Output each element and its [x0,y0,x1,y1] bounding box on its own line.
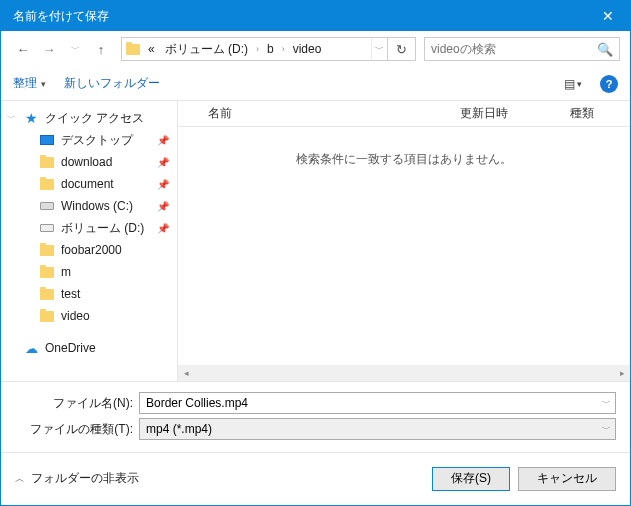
sidebar-item[interactable]: foobar2000 [1,239,177,261]
filename-input[interactable]: Border Collies.mp4 ﹀ [139,392,616,414]
folder-icon [39,242,55,258]
breadcrumb-part[interactable]: ボリューム (D:) [161,41,252,58]
desktop-icon [39,132,55,148]
cancel-button[interactable]: キャンセル [518,467,616,491]
folder-icon [39,154,55,170]
search-box[interactable]: 🔍 [424,37,620,61]
breadcrumb-prefix: « [144,42,159,56]
pin-icon: 📌 [157,179,169,190]
address-dropdown[interactable]: ﹀ [371,38,387,60]
sidebar-item-label: デスクトップ [61,132,133,149]
pin-icon: 📌 [157,157,169,168]
breadcrumb-part[interactable]: video [289,42,326,56]
folder-icon [39,176,55,192]
forward-button[interactable]: → [37,37,61,61]
filetype-select[interactable]: mp4 (*.mp4) ﹀ [139,418,616,440]
folder-icon [122,44,144,55]
column-name[interactable]: 名前 [178,105,460,122]
sidebar-item[interactable]: デスクトップ📌 [1,129,177,151]
folder-icon [39,308,55,324]
sidebar-item[interactable]: Windows (C:)📌 [1,195,177,217]
column-type[interactable]: 種類 [570,105,630,122]
chevron-right-icon: › [280,44,287,54]
sidebar-item[interactable]: document📌 [1,173,177,195]
recent-dropdown[interactable]: ﹀ [63,37,87,61]
search-input[interactable] [431,42,597,56]
close-button[interactable]: ✕ [585,1,630,31]
cloud-icon: ☁ [23,340,39,356]
sidebar-item-label: test [61,287,80,301]
chevron-down-icon: ▾ [577,79,582,89]
sidebar-item-label: m [61,265,71,279]
view-icon: ▤ [564,77,575,91]
title-bar: 名前を付けて保存 ✕ [1,1,630,31]
chevron-up-icon: ︿ [15,472,25,486]
sidebar-quick-access[interactable]: ﹀ ★ クイック アクセス [1,107,177,129]
star-icon: ★ [23,110,39,126]
form-area: ファイル名(N): Border Collies.mp4 ﹀ ファイルの種類(T… [1,381,630,446]
toolbar: 整理 ▾ 新しいフォルダー ▤ ▾ ? [1,67,630,101]
chevron-right-icon: › [254,44,261,54]
sidebar-item[interactable]: download📌 [1,151,177,173]
file-pane: 名前 更新日時 種類 検索条件に一致する項目はありません。 ◂ ▸ [178,101,630,381]
back-button[interactable]: ← [11,37,35,61]
column-date[interactable]: 更新日時 [460,105,570,122]
sidebar-item-label: foobar2000 [61,243,122,257]
chevron-down-icon[interactable]: ﹀ [602,397,611,410]
sidebar-item[interactable]: m [1,261,177,283]
pin-icon: 📌 [157,135,169,146]
bottom-bar: ︿ フォルダーの非表示 保存(S) キャンセル [1,452,630,504]
sidebar-item-label: ボリューム (D:) [61,220,144,237]
chevron-down-icon: ﹀ [7,112,16,125]
chevron-down-icon: ▾ [41,79,46,89]
chevron-down-icon[interactable]: ﹀ [602,423,611,436]
sidebar-item-label: Windows (C:) [61,199,133,213]
pin-icon: 📌 [157,201,169,212]
drive-icon [39,198,55,214]
hide-folders-toggle[interactable]: ︿ フォルダーの非表示 [15,470,139,487]
up-button[interactable]: ↑ [89,37,113,61]
sidebar: ﹀ ★ クイック アクセス デスクトップ📌download📌document📌W… [1,101,177,381]
sidebar-onedrive[interactable]: ☁ OneDrive [1,337,177,359]
scroll-left-icon[interactable]: ◂ [178,368,194,378]
sidebar-item[interactable]: video [1,305,177,327]
window-title: 名前を付けて保存 [13,8,109,25]
search-icon: 🔍 [597,42,613,57]
refresh-button[interactable]: ↻ [387,38,415,60]
save-button[interactable]: 保存(S) [432,467,510,491]
sidebar-item-label: document [61,177,114,191]
filename-label: ファイル名(N): [15,395,133,412]
address-bar[interactable]: « ボリューム (D:) › b › video ﹀ ↻ [121,37,416,61]
sidebar-item[interactable]: ボリューム (D:)📌 [1,217,177,239]
horizontal-scrollbar[interactable]: ◂ ▸ [178,365,630,381]
scroll-right-icon[interactable]: ▸ [614,368,630,378]
column-headers: 名前 更新日時 種類 [178,101,630,127]
sidebar-item-label: video [61,309,90,323]
empty-message: 検索条件に一致する項目はありません。 [178,127,630,365]
filetype-label: ファイルの種類(T): [15,421,133,438]
new-folder-button[interactable]: 新しいフォルダー [64,75,160,92]
folder-icon [39,286,55,302]
view-options[interactable]: ▤ ▾ [564,77,582,91]
help-button[interactable]: ? [600,75,618,93]
pin-icon: 📌 [157,223,169,234]
nav-row: ← → ﹀ ↑ « ボリューム (D:) › b › video ﹀ ↻ 🔍 [1,31,630,67]
sidebar-item[interactable]: test [1,283,177,305]
folder-icon [39,264,55,280]
drive-icon [39,220,55,236]
organize-menu[interactable]: 整理 ▾ [13,75,46,92]
breadcrumb-part[interactable]: b [263,42,278,56]
sidebar-item-label: download [61,155,112,169]
